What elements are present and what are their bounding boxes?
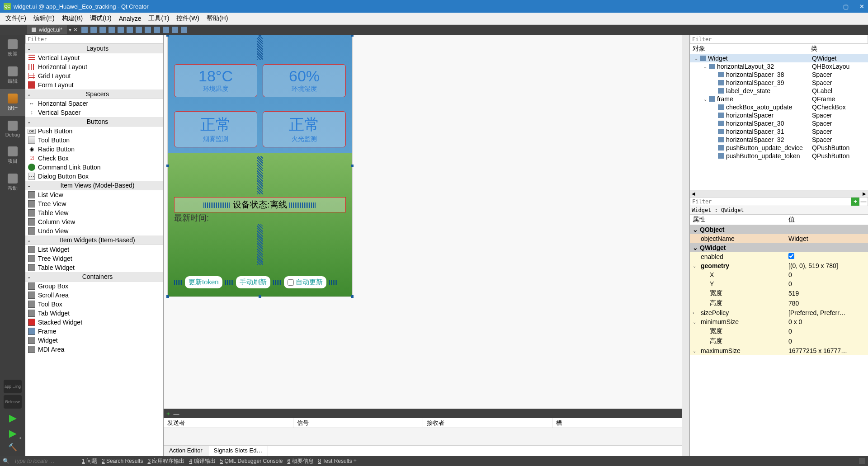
object-tree-row[interactable]: horizontalSpacer_38Spacer <box>690 71 868 79</box>
auto-update-check[interactable] <box>288 279 294 286</box>
resize-handle[interactable] <box>166 295 169 298</box>
widgetbox-group-buttons[interactable]: ⌄Buttons <box>25 117 163 127</box>
resize-handle[interactable] <box>351 165 354 167</box>
object-col-label[interactable]: 对象 <box>693 45 811 53</box>
menu-widgets[interactable]: 控件(W) <box>173 13 203 24</box>
output-general[interactable]: 6 概要信息 <box>288 457 314 465</box>
widget-list-widget[interactable]: List Widget <box>25 245 163 254</box>
horizontal-spacer-icon[interactable] <box>203 202 231 208</box>
property-add-button[interactable]: + <box>851 198 859 206</box>
tool-edit-buddies-icon[interactable] <box>99 27 106 33</box>
output-qml-debugger[interactable]: 5 QML Debugger Console <box>220 458 283 464</box>
object-tree-hscrollbar[interactable]: ◀▶ <box>690 190 868 197</box>
maximize-button[interactable]: ▢ <box>843 3 849 10</box>
tool-break-layout-icon[interactable] <box>172 27 178 33</box>
tab-close-icon[interactable]: ✕ <box>73 27 78 33</box>
checkbox-auto-update[interactable]: 自动更新 <box>284 276 326 288</box>
enabled-checkbox[interactable] <box>788 253 794 259</box>
menu-tools[interactable]: 工具(T) <box>145 13 173 24</box>
progress-indicator[interactable] <box>859 458 865 464</box>
minimize-button[interactable]: — <box>826 3 832 10</box>
tab-signals-slots-editor[interactable]: Signals Slots Ed… <box>208 446 269 456</box>
property-filter-input[interactable] <box>690 198 851 206</box>
prop-minimumsize[interactable]: ⌄minimumSize0 x 0 <box>690 317 868 326</box>
menu-debug[interactable]: 调试(D) <box>86 13 115 24</box>
tab-action-editor[interactable]: Action Editor <box>164 446 208 456</box>
kit-selector[interactable]: app…ing <box>4 380 22 393</box>
horizontal-spacer-icon[interactable] <box>273 280 281 285</box>
widget-table-view[interactable]: Table View <box>25 208 163 217</box>
object-tree-row[interactable]: ⌄horizontalLayout_32QHBoxLayou <box>690 62 868 71</box>
resize-handle[interactable] <box>259 295 261 298</box>
document-tab[interactable]: widget.ui* <box>27 25 67 34</box>
widgetbox-group-spacers[interactable]: ⌄Spacers <box>25 89 163 99</box>
mode-welcome[interactable]: 欢迎 <box>0 35 25 62</box>
widget-tool-box[interactable]: Tool Box <box>25 300 163 309</box>
widget-horizontal-layout[interactable]: Horizontal Layout <box>25 62 163 71</box>
run-button[interactable]: ▶ <box>0 410 25 426</box>
button-manual-refresh[interactable]: 手动刷新 <box>236 276 270 288</box>
prop-geometry-height[interactable]: 高度780 <box>690 298 868 308</box>
property-remove-button[interactable]: — <box>859 198 868 206</box>
widget-mdi-area[interactable]: MDI Area <box>25 345 163 354</box>
tool-hlayout-icon[interactable] <box>118 27 124 33</box>
widget-tree-widget[interactable]: Tree Widget <box>25 254 163 263</box>
widgetbox-group-itemviews[interactable]: ⌄Item Views (Model-Based) <box>25 181 163 190</box>
object-tree-row[interactable]: ⌄frameQFrame <box>690 95 868 103</box>
close-button[interactable]: ✕ <box>859 3 864 10</box>
widget-form-layout[interactable]: Form Layout <box>25 80 163 89</box>
form-widget[interactable]: 18°C 环境温度 60% 环境湿度 正常 烟雾监测 正常 火光监测 <box>167 35 353 297</box>
tool-edit-signals-icon[interactable] <box>90 27 97 33</box>
resize-handle[interactable] <box>351 295 354 298</box>
resize-handle[interactable] <box>166 35 169 37</box>
mode-debug[interactable]: Debug <box>0 116 25 142</box>
prop-min-width[interactable]: 宽度0 <box>690 326 868 336</box>
mode-help[interactable]: 帮助 <box>0 169 25 196</box>
object-inspector-filter[interactable] <box>690 35 868 44</box>
button-update-token[interactable]: 更新token <box>185 276 222 288</box>
col-sender[interactable]: 发送者 <box>164 418 293 428</box>
prop-enabled[interactable]: enabled <box>690 252 868 261</box>
col-receiver[interactable]: 接收者 <box>423 418 553 428</box>
widgetbox-group-containers[interactable]: ⌄Containers <box>25 272 163 282</box>
horizontal-spacer-icon[interactable] <box>329 280 337 285</box>
widget-check-box[interactable]: Check Box <box>25 154 163 163</box>
tool-vlayout-icon[interactable] <box>127 27 133 33</box>
menu-build[interactable]: 构建(B) <box>58 13 87 24</box>
object-tree-row[interactable]: horizontalSpacerSpacer <box>690 111 868 119</box>
output-test-results[interactable]: 8 Test Results ÷ <box>318 458 357 464</box>
object-tree-row[interactable]: horizontalSpacer_30Spacer <box>690 119 868 127</box>
build-config-selector[interactable]: Release <box>4 395 22 409</box>
object-tree-row[interactable]: horizontalSpacer_39Spacer <box>690 79 868 87</box>
resize-handle[interactable] <box>166 165 169 167</box>
prop-group-qobject[interactable]: ⌄QObject <box>690 225 868 234</box>
mode-projects[interactable]: 项目 <box>0 142 25 169</box>
tool-hsplit-icon[interactable] <box>136 27 142 33</box>
tool-grid-icon[interactable] <box>154 27 160 33</box>
horizontal-spacer-icon[interactable] <box>289 202 316 208</box>
tool-vsplit-icon[interactable] <box>145 27 151 33</box>
design-canvas[interactable]: 18°C 环境温度 60% 环境湿度 正常 烟雾监测 正常 火光监测 <box>164 35 689 456</box>
widget-radio-button[interactable]: Radio Button <box>25 145 163 154</box>
prop-geometry-y[interactable]: Y0 <box>690 279 868 288</box>
object-tree-row[interactable]: ⌄WidgetQWidget <box>690 54 868 62</box>
prop-geometry[interactable]: ⌄geometry[(0, 0), 519 x 780] <box>690 261 868 270</box>
object-tree-row[interactable]: checkBox_aoto_updateQCheckBox <box>690 103 868 111</box>
tool-edit-taborder-icon[interactable] <box>108 27 115 33</box>
object-tree-row[interactable]: label_dev_stateQLabel <box>690 87 868 95</box>
horizontal-spacer-icon[interactable] <box>174 280 182 285</box>
widget-column-view[interactable]: Column View <box>25 217 163 226</box>
prop-group-qwidget[interactable]: ⌄QWidget <box>690 243 868 252</box>
prop-objectname[interactable]: objectNameWidget <box>690 234 868 243</box>
widget-vertical-layout[interactable]: Vertical Layout <box>25 53 163 62</box>
widget-list-view[interactable]: List View <box>25 190 163 199</box>
widget-widget[interactable]: Widget <box>25 336 163 345</box>
menu-file[interactable]: 文件(F) <box>2 13 30 24</box>
card-temperature[interactable]: 18°C 环境温度 <box>174 64 257 97</box>
prop-geometry-x[interactable]: X0 <box>690 270 868 279</box>
locator-input[interactable] <box>14 458 77 464</box>
label-dev-state[interactable]: 设备状态:离线 <box>174 197 346 212</box>
add-connection-button[interactable]: + <box>166 410 170 417</box>
object-tree-row[interactable]: pushButton_update_tokenQPushButton <box>690 152 868 160</box>
vertical-spacer-icon[interactable] <box>257 37 263 60</box>
